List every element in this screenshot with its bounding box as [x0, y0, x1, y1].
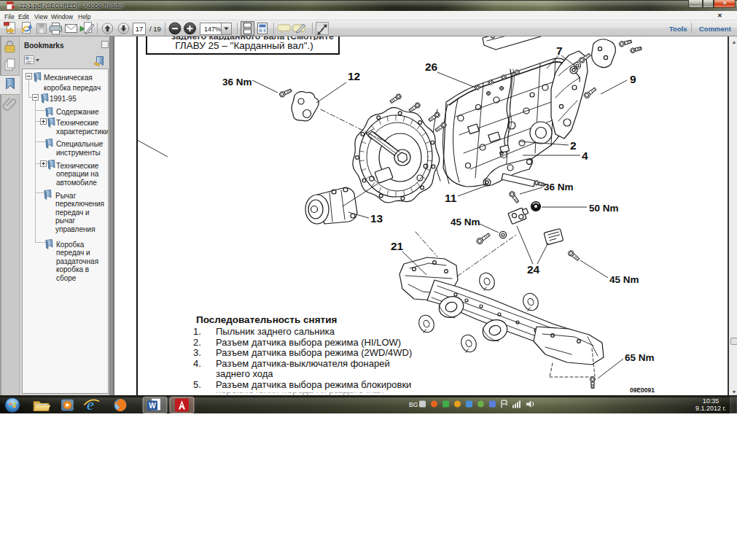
svg-text:13: 13	[370, 212, 383, 225]
svg-text:36 Nm: 36 Nm	[544, 182, 574, 192]
svg-text:12: 12	[348, 70, 360, 82]
svg-text:W: W	[149, 402, 156, 410]
svg-text:e: e	[87, 397, 94, 413]
svg-text:7: 7	[556, 44, 563, 57]
svg-text:147%: 147%	[204, 26, 221, 33]
svg-text:50 Nm: 50 Nm	[589, 203, 619, 214]
svg-text:11: 11	[445, 192, 457, 204]
svg-text:9: 9	[630, 73, 636, 85]
svg-text:09E0091: 09E0091	[630, 386, 655, 394]
svg-text:17: 17	[136, 25, 144, 33]
svg-text:/ 19: / 19	[149, 25, 161, 33]
svg-text:24: 24	[527, 263, 540, 276]
svg-text:4: 4	[582, 149, 588, 162]
svg-text:36 Nm: 36 Nm	[222, 77, 252, 88]
svg-text:65 Nm: 65 Nm	[625, 352, 655, 363]
svg-text:45 Nm: 45 Nm	[451, 217, 480, 228]
svg-text:21: 21	[391, 240, 404, 252]
svg-text:BG: BG	[409, 401, 418, 408]
svg-text:26: 26	[425, 61, 438, 73]
svg-text:45 Nm: 45 Nm	[609, 274, 639, 285]
svg-text:2: 2	[570, 139, 577, 152]
